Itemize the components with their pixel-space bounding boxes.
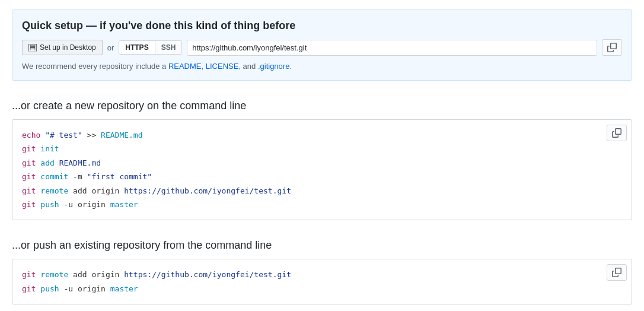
gitignore-link[interactable]: .gitignore bbox=[256, 62, 289, 71]
copy-push-button[interactable] bbox=[607, 264, 627, 281]
repo-url-input[interactable] bbox=[187, 40, 597, 56]
readme-link[interactable]: README bbox=[168, 62, 202, 71]
url-bar: Set up in Desktop or HTTPS SSH bbox=[22, 39, 622, 56]
quick-setup-title: Quick setup — if you've done this kind o… bbox=[22, 20, 622, 32]
desktop-icon bbox=[28, 43, 37, 52]
copy-create-button[interactable] bbox=[607, 125, 627, 141]
create-code-block: echo "# test" >> README.md git init git … bbox=[12, 119, 632, 220]
license-link[interactable]: LICENSE bbox=[203, 62, 238, 71]
push-section-title: ...or push an existing repository from t… bbox=[12, 234, 632, 252]
code-line: git remote add origin https://github.com… bbox=[22, 184, 622, 198]
code-line: git commit -m "first commit" bbox=[22, 170, 622, 183]
ssh-tab[interactable]: SSH bbox=[155, 41, 182, 54]
protocol-tabs: HTTPS SSH bbox=[119, 40, 182, 55]
code-line: git add README.md bbox=[22, 156, 622, 170]
code-line: git push -u origin master bbox=[22, 198, 622, 211]
code-line: git remote add origin https://github.com… bbox=[22, 268, 622, 281]
create-code: echo "# test" >> README.md git init git … bbox=[22, 128, 622, 211]
create-section-title: ...or create a new repository on the com… bbox=[12, 95, 632, 112]
code-line: git init bbox=[22, 142, 622, 156]
code-line: echo "# test" >> README.md bbox=[22, 128, 622, 142]
quick-setup-section: Quick setup — if you've done this kind o… bbox=[12, 9, 632, 81]
or-text: or bbox=[107, 43, 114, 52]
copy-icon bbox=[607, 43, 617, 52]
push-code-block: git remote add origin https://github.com… bbox=[12, 259, 632, 304]
push-code: git remote add origin https://github.com… bbox=[22, 268, 622, 296]
copy-icon bbox=[612, 128, 621, 138]
code-line: git push -u origin master bbox=[22, 282, 622, 296]
copy-icon bbox=[612, 268, 621, 277]
https-tab[interactable]: HTTPS bbox=[119, 41, 155, 54]
setup-desktop-label: Set up in Desktop bbox=[40, 43, 96, 52]
setup-desktop-button[interactable]: Set up in Desktop bbox=[22, 40, 103, 55]
copy-url-button[interactable] bbox=[602, 39, 622, 56]
recommend-text: We recommend every repository include a … bbox=[22, 62, 622, 71]
